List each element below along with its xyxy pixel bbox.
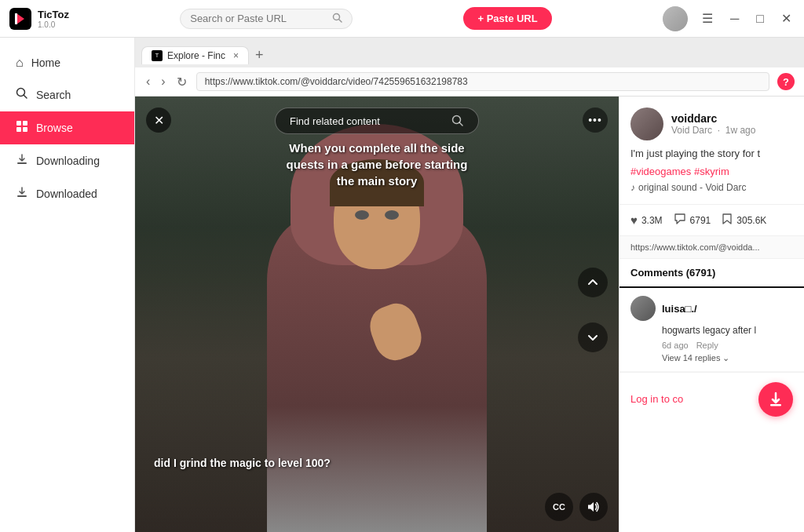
creator-tags[interactable]: #videogames #skyrim [630, 166, 793, 177]
address-input[interactable] [196, 72, 769, 91]
video-bottom-text: did I grind the magic to level 100? [154, 457, 331, 469]
chevron-down-icon [587, 331, 599, 344]
find-related-label: Find related content [290, 115, 445, 127]
login-text: Log in to co [630, 393, 683, 405]
find-related-bar[interactable]: Find related content [275, 107, 479, 134]
creator-handle: Void Darc · 1w ago [671, 125, 755, 136]
video-close-button[interactable]: ✕ [146, 107, 171, 133]
back-button[interactable]: ‹ [144, 73, 152, 90]
svg-rect-9 [23, 127, 27, 132]
download-button[interactable] [758, 382, 793, 417]
likes-count: 3.3M [641, 215, 663, 226]
volume-button[interactable] [579, 493, 608, 521]
video-nav-up-button[interactable] [578, 268, 608, 297]
svg-line-13 [459, 122, 462, 126]
comments-count: 6791 [690, 215, 711, 226]
comment-text: hogwarts legacy after l [630, 324, 793, 337]
comment-avatar [630, 296, 656, 321]
comment-item: luisa□./ hogwarts legacy after l 6d ago … [619, 288, 804, 372]
sidebar-item-downloaded-label: Downloaded [36, 188, 97, 200]
url-display: https://www.tiktok.com/@voidda... [619, 236, 804, 259]
stats-row: ♥ 3.3M 6791 [619, 205, 804, 236]
main-layout: ⌂ Home Search Browse [0, 38, 804, 532]
creator-sound: ♪ original sound - Void Darc [630, 182, 793, 193]
more-dots: ••• [588, 114, 602, 126]
creator-description: I'm just playing the story for t [630, 147, 793, 161]
app-name-block: TicToz 1.0.0 [38, 9, 69, 29]
login-bar: Log in to co [619, 372, 804, 426]
svg-marker-0 [16, 13, 24, 24]
close-button[interactable]: ✕ [778, 9, 795, 27]
svg-rect-11 [17, 195, 27, 197]
sidebar-item-browse[interactable]: Browse [0, 111, 134, 144]
download-icon [767, 391, 784, 408]
svg-rect-6 [16, 121, 21, 126]
creator-meta: voiddarc Void Darc · 1w ago [671, 112, 755, 136]
downloading-icon [16, 153, 28, 169]
sidebar-item-downloading[interactable]: Downloading [0, 144, 134, 177]
comment-icon [674, 213, 686, 228]
browser-tabs: T Explore - Finc × + [135, 38, 804, 67]
app-name: TicToz [38, 9, 69, 20]
tab-label: Explore - Finc [167, 50, 225, 61]
video-overlay-text: When you complete all the side quests in… [283, 140, 471, 189]
comment-header: luisa□./ [630, 296, 793, 321]
stat-likes: ♥ 3.3M [630, 213, 663, 227]
right-panel: voiddarc Void Darc · 1w ago I'm just pla… [619, 97, 804, 532]
downloaded-icon [16, 186, 28, 202]
title-bar-left: TicToz 1.0.0 [9, 8, 69, 30]
sidebar-item-downloading-label: Downloading [36, 155, 100, 167]
video-more-button[interactable]: ••• [583, 107, 608, 133]
avatar [663, 6, 688, 31]
minimize-button[interactable]: ─ [727, 10, 742, 27]
sidebar-item-search[interactable]: Search [0, 78, 134, 111]
tab-close-button[interactable]: × [233, 50, 239, 61]
sidebar-item-downloaded[interactable]: Downloaded [0, 177, 134, 210]
svg-rect-1 [15, 13, 17, 24]
comment-meta: 6d ago Reply [630, 341, 793, 350]
browser-tab-explore[interactable]: T Explore - Finc × [141, 46, 249, 64]
forward-button[interactable]: › [159, 73, 166, 90]
content-area: T Explore - Finc × + ‹ › ↻ ? [135, 38, 804, 532]
sidebar-item-home[interactable]: ⌂ Home [0, 47, 134, 78]
title-bar-right: ☰ ─ □ ✕ [663, 6, 795, 31]
search-sidebar-icon [16, 87, 28, 103]
comments-header: Comments (6791) [619, 259, 804, 288]
svg-rect-14 [770, 404, 781, 406]
reload-button[interactable]: ↻ [175, 73, 188, 91]
browse-icon [16, 120, 28, 136]
app-logo [9, 8, 31, 30]
creator-info: voiddarc Void Darc · 1w ago I'm just pla… [619, 97, 804, 205]
svg-rect-7 [23, 121, 27, 126]
comment-username: luisa□./ [662, 303, 697, 315]
help-button[interactable]: ? [777, 73, 795, 90]
maximize-button[interactable]: □ [753, 10, 767, 27]
sidebar-item-browse-label: Browse [36, 122, 73, 134]
tab-favicon: T [152, 50, 163, 61]
logo-icon [13, 12, 27, 26]
volume-icon [587, 500, 601, 514]
comment-reply-button[interactable]: Reply [696, 341, 718, 350]
search-input[interactable] [190, 13, 327, 24]
view-replies-button[interactable]: View 14 replies ⌄ [630, 353, 793, 363]
bookmark-icon [722, 213, 733, 228]
hamburger-button[interactable]: ☰ [699, 9, 716, 27]
new-tab-button[interactable]: + [250, 47, 269, 64]
svg-line-5 [24, 95, 27, 98]
sidebar-item-search-label: Search [36, 89, 71, 101]
svg-line-3 [339, 19, 342, 22]
search-icon [332, 13, 342, 25]
search-bar[interactable] [180, 9, 353, 29]
video-nav-down-button[interactable] [578, 322, 608, 352]
creator-avatar [630, 107, 663, 140]
paste-url-button[interactable]: + Paste URL [463, 7, 551, 30]
video-panel: Find related content When you complete a… [135, 97, 804, 532]
find-search-icon [451, 115, 464, 127]
music-icon: ♪ [630, 182, 635, 193]
creator-header: voiddarc Void Darc · 1w ago [630, 107, 793, 140]
cc-label: CC [553, 502, 565, 512]
sidebar: ⌂ Home Search Browse [0, 38, 135, 532]
browser-address-bar: ‹ › ↻ ? [135, 67, 804, 97]
cc-button[interactable]: CC [545, 493, 573, 521]
paste-url-label: + Paste URL [477, 13, 537, 24]
